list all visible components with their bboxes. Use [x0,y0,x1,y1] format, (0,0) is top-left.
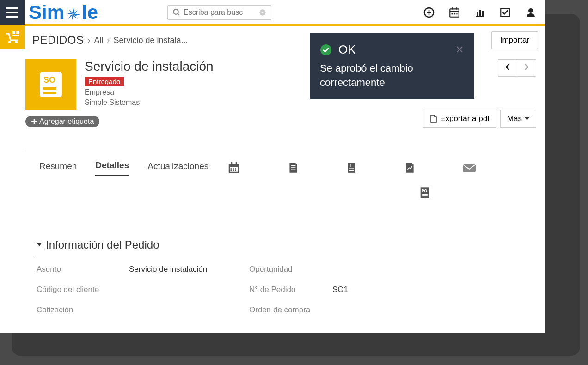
svg-point-25 [8,41,11,43]
field-codigo-value[interactable] [129,285,249,294]
breadcrumb-root[interactable]: PEDIDOS [32,34,84,47]
svg-rect-1 [6,12,18,13]
breadcrumb-current: Servicio de instala... [114,36,188,45]
field-orden-label: Orden de compra [249,305,332,315]
svg-rect-0 [6,7,18,9]
brand-logo: Sim le [29,1,98,24]
caret-down-icon [37,243,42,247]
record-title: Servicio de instalación [85,59,214,74]
breadcrumb-all[interactable]: All [94,36,104,45]
more-button[interactable]: Más [500,110,536,128]
svg-rect-39 [235,168,237,170]
search-input[interactable] [184,8,259,17]
svg-rect-23 [16,31,19,34]
svg-text:SO: SO [43,75,55,85]
tab-summary[interactable]: Resumen [39,161,77,176]
svg-rect-14 [454,13,455,14]
tab-invoice-icon[interactable]: I [345,161,357,176]
svg-text:I: I [350,163,351,168]
tab-details[interactable]: Detalles [95,160,129,176]
svg-line-4 [178,13,179,15]
sidebar-orders-button[interactable] [0,26,25,49]
company-value[interactable]: Simple Sistemas [85,98,214,107]
field-oportunidad-value[interactable] [332,265,425,274]
svg-rect-41 [233,170,234,171]
section-title-text: Información del Pedido [46,238,159,251]
svg-rect-46 [348,163,355,173]
plus-icon [31,118,37,125]
search-box[interactable] [167,5,271,20]
field-pedido-label: N° de Pedido [249,285,332,294]
svg-point-3 [173,9,178,14]
export-pdf-button[interactable]: Exportar a pdf [423,110,496,128]
user-icon[interactable] [525,7,536,18]
section-toggle[interactable]: Información del Pedido [37,238,525,256]
svg-rect-29 [43,87,56,90]
add-icon[interactable] [423,7,435,18]
chevron-right-icon: › [88,36,91,45]
field-orden-value[interactable] [332,305,425,315]
field-oportunidad-label: Oportunidad [249,265,332,274]
field-cotizacion-label: Cotización [37,305,129,315]
svg-rect-18 [479,10,481,17]
field-codigo-label: Código del cliente [37,285,129,294]
search-icon [172,8,181,17]
chevron-right-icon: › [107,36,110,45]
svg-rect-9 [450,9,459,17]
toast-close-button[interactable]: ✕ [455,44,464,56]
field-cotizacion-value[interactable] [129,305,249,315]
field-asunto-value[interactable]: Servicio de instalación [129,265,249,274]
svg-rect-17 [477,12,478,17]
more-label: Más [507,114,522,123]
checklist-icon[interactable] [499,6,511,18]
svg-rect-50 [463,164,476,172]
status-badge: Entregado [85,77,124,86]
next-record-button[interactable] [517,60,536,76]
chevron-down-icon[interactable] [259,9,266,16]
caret-down-icon [525,117,529,120]
add-tag-label: Agregar etiqueta [39,117,94,126]
toast-notification: OK ✕ Se aprobó el cambio correctamente [310,33,474,99]
svg-rect-42 [235,170,237,171]
svg-rect-22 [12,31,15,34]
chart-icon[interactable] [474,7,485,18]
svg-text:PO: PO [422,189,427,193]
tab-updates[interactable]: Actualizaciones [147,161,208,176]
svg-rect-40 [231,170,232,171]
svg-point-5 [259,9,265,15]
record-type-icon: SO [25,59,76,110]
field-asunto-label: Asunto [37,265,129,274]
svg-rect-37 [231,168,232,170]
check-circle-icon [320,44,332,56]
export-pdf-label: Exportar a pdf [440,114,490,123]
tab-email-icon[interactable] [462,162,477,175]
add-tag-button[interactable]: Agregar etiqueta [25,116,99,127]
svg-rect-38 [233,168,234,170]
tab-report-icon[interactable] [404,161,416,176]
hamburger-menu-button[interactable] [0,0,25,25]
toast-body: Se aprobó el cambio correctamente [320,61,464,90]
toast-title: OK [338,43,356,57]
company-label: Empresa [85,88,214,97]
calendar-icon[interactable] [448,6,460,18]
pdf-icon [430,115,437,123]
tab-document-icon[interactable] [287,161,299,176]
svg-rect-15 [456,13,457,14]
svg-point-21 [528,8,533,13]
svg-rect-13 [452,13,453,14]
field-pedido-value[interactable]: SO1 [332,285,425,294]
svg-rect-19 [482,11,484,17]
tab-calendar-icon[interactable] [227,161,241,176]
tab-po-icon[interactable]: PO [418,193,431,201]
svg-rect-30 [43,92,56,94]
svg-rect-2 [6,16,18,18]
svg-point-26 [15,41,18,43]
prev-record-button[interactable] [498,60,517,76]
import-button[interactable]: Importar [491,31,538,49]
svg-rect-24 [12,35,19,36]
